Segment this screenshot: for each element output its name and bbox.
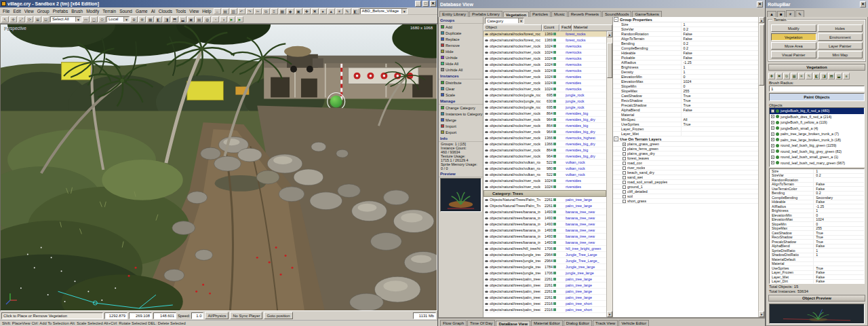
layer-checkbox[interactable] bbox=[623, 147, 626, 151]
material-link[interactable]: palm_tree_large bbox=[566, 289, 606, 293]
material-link[interactable]: banana_tree_new bbox=[566, 228, 606, 232]
toolbar-icon[interactable]: ◑ bbox=[220, 16, 227, 22]
table-row[interactable]: objects/natural/rocks/river_rocks/riverr… bbox=[484, 123, 606, 129]
brush-radius-input[interactable] bbox=[769, 86, 865, 92]
instances-to-category-button[interactable]: Instances to Category bbox=[439, 111, 483, 117]
unhide-all-button[interactable]: Unhide All bbox=[439, 67, 483, 73]
select-filter-combo[interactable]: Select All▼ bbox=[50, 16, 81, 22]
tab-gametokens[interactable]: GameTokens bbox=[632, 11, 661, 17]
property-row[interactable]: SizeVar0.2 bbox=[613, 27, 758, 32]
property-row[interactable]: RecvShadowTrue bbox=[613, 98, 758, 103]
toolbar-icon[interactable]: ◍ bbox=[203, 16, 211, 22]
visibility-eye-icon[interactable] bbox=[484, 148, 490, 153]
material-link[interactable]: jungle_rock bbox=[566, 105, 606, 109]
expander-icon[interactable]: − bbox=[614, 137, 618, 141]
add-button[interactable]: Add bbox=[439, 24, 483, 30]
visibility-eye-icon[interactable] bbox=[484, 50, 490, 55]
terrain-layer-row[interactable]: sand_wet bbox=[613, 175, 758, 180]
group-properties-header[interactable]: −Group Properties bbox=[613, 17, 758, 22]
property-row[interactable]: ElevationMax1024 bbox=[613, 79, 758, 84]
material-link[interactable]: riverrocks bbox=[566, 50, 606, 54]
merge-button[interactable]: Merge bbox=[439, 117, 483, 123]
table-row[interactable]: objects/natural/trees/jungle_tree_large/… bbox=[484, 258, 606, 264]
table-row[interactable]: objects/natural/trees/banana_tree/banana… bbox=[484, 221, 606, 228]
toolbar-icon[interactable]: ▦ bbox=[146, 16, 154, 22]
table-row[interactable]: objects/natural/trees/palm_tree/palm_tre… bbox=[484, 307, 606, 313]
vegetation-tool-icon[interactable]: ✚ bbox=[768, 73, 775, 79]
property-row[interactable]: AIRadius-1.25 bbox=[613, 60, 758, 65]
terrain-layer-row[interactable]: beach_sand_dry bbox=[613, 170, 758, 175]
vegetation-objects-list[interactable]: jungleBush_big_fl_red_a (480)jungleBush_… bbox=[769, 107, 865, 167]
mini-map-button[interactable]: Mini Map bbox=[818, 51, 863, 58]
visibility-eye-icon[interactable] bbox=[484, 253, 490, 257]
sun-icon[interactable]: ☀ bbox=[786, 10, 795, 17]
database-view-titlebar[interactable]: Database View ✕ bbox=[438, 0, 765, 8]
terrain-layer-row[interactable]: short_grass bbox=[613, 199, 758, 204]
perspective-viewport[interactable]: Perspective 1680 x 1068 bbox=[0, 24, 437, 311]
table-row[interactable]: objects/natural/rocks/forest_rocks/fores… bbox=[484, 37, 606, 43]
table-row[interactable]: objects/natural/rocks/river_rocks/river_… bbox=[484, 50, 606, 56]
property-row[interactable]: Bending0.2 bbox=[613, 41, 758, 46]
properties-scrollbar[interactable]: ▲ ▼ bbox=[758, 17, 764, 317]
visibility-eye-icon[interactable] bbox=[484, 87, 490, 92]
layer-checkbox[interactable] bbox=[623, 185, 626, 189]
terrain-layer-row[interactable]: plains_grass_green bbox=[613, 142, 758, 147]
table-row[interactable]: objects/natural/trees/banana_tree/banana… bbox=[484, 209, 606, 215]
material-link[interactable]: jungle_rock bbox=[566, 99, 606, 103]
table-row[interactable]: objects/natural/rocks/river_rocks/river_… bbox=[484, 74, 606, 80]
property-row[interactable]: AlphaBlendFalse bbox=[613, 108, 758, 113]
visibility-eye-icon[interactable] bbox=[484, 234, 490, 239]
table-row[interactable]: objects/natural/trees/jungle_tree_large/… bbox=[484, 264, 606, 270]
position-y-field[interactable]: 269.108 bbox=[129, 312, 152, 319]
material-link[interactable]: hill_tree_bright_green bbox=[566, 247, 606, 251]
toolbar-icon[interactable]: ▥ bbox=[230, 8, 237, 14]
material-link[interactable]: Jungle_Tree_Large bbox=[566, 253, 606, 257]
toolbar-icon[interactable]: ⧉ bbox=[262, 8, 270, 14]
toolbar-icon[interactable]: ↶ bbox=[238, 8, 245, 14]
material-link[interactable]: riverrocks bbox=[566, 62, 606, 67]
duplicate-button[interactable]: Duplicate bbox=[439, 30, 483, 36]
toolbar-icon[interactable]: ⊗ bbox=[138, 16, 146, 22]
tab-entity-library[interactable]: Entity Library bbox=[439, 11, 469, 17]
property-row[interactable]: Layer_Frozen bbox=[613, 127, 758, 132]
table-row[interactable]: objects/natural/trees/palm_tree/palm_tre… bbox=[484, 289, 606, 295]
rollupbar-close-button[interactable]: ✕ bbox=[860, 1, 866, 7]
speed-field[interactable]: 1.0 bbox=[191, 312, 203, 319]
toolbar-icon[interactable]: ▤ bbox=[222, 8, 229, 14]
hide-button[interactable]: Hide bbox=[439, 48, 483, 54]
layer-checkbox[interactable] bbox=[623, 162, 626, 165]
material-link[interactable]: riversides_big bbox=[566, 148, 606, 152]
visibility-eye-icon[interactable] bbox=[484, 44, 490, 49]
export-button[interactable]: Export bbox=[439, 129, 483, 135]
visibility-eye-icon[interactable] bbox=[484, 136, 490, 141]
material-link[interactable]: banana_tree_new bbox=[566, 240, 606, 244]
menu-terrain[interactable]: Terrain bbox=[101, 9, 117, 14]
visibility-eye-icon[interactable] bbox=[484, 222, 490, 227]
database-close-button[interactable]: ✕ bbox=[757, 1, 763, 7]
material-link[interactable]: palm_tree_large bbox=[566, 204, 606, 208]
menu-view[interactable]: View bbox=[23, 9, 35, 14]
table-scrollbar[interactable]: ▲ ▼ bbox=[606, 31, 612, 317]
panel-tab-database-view[interactable]: DataBase View bbox=[496, 321, 530, 326]
visual-painter-button[interactable]: Visual Painter bbox=[771, 51, 816, 58]
menu-modify[interactable]: Modify bbox=[85, 9, 100, 14]
menu-tools[interactable]: Tools bbox=[174, 9, 187, 14]
visibility-eye-icon[interactable] bbox=[484, 130, 490, 134]
layer-checkbox[interactable] bbox=[623, 171, 626, 175]
terrain-layer-row[interactable]: cliff_detailed bbox=[613, 189, 758, 194]
goto-position-button[interactable]: Goto position bbox=[264, 312, 292, 319]
menu-game[interactable]: Game bbox=[134, 9, 149, 14]
table-row[interactable]: objects/natural/trees/palm_tree/palm_tre… bbox=[484, 301, 606, 307]
holes-button[interactable]: Holes bbox=[818, 24, 863, 32]
rollupbar-titlebar[interactable]: RollupBar ✕ bbox=[766, 0, 868, 8]
visibility-eye-icon[interactable] bbox=[484, 142, 490, 147]
table-row[interactable]: objects/natural/rocks/river_rocks/riverr… bbox=[484, 129, 606, 135]
property-row[interactable]: Layer_Wet bbox=[613, 132, 758, 137]
panel-tab-time-of-day[interactable]: Time Of Day bbox=[467, 320, 495, 326]
visibility-eye-icon[interactable] bbox=[484, 204, 490, 209]
replace-button[interactable]: Replace bbox=[439, 36, 483, 42]
toolbar-icon[interactable]: ◆ bbox=[287, 8, 294, 14]
toolbar-icon[interactable]: ▭ bbox=[82, 16, 90, 22]
tab-soundmoods[interactable]: SoundMoods bbox=[602, 11, 631, 17]
vegetation-object-item[interactable]: round_leaf_bush_big_grey_green (82) bbox=[770, 149, 864, 155]
